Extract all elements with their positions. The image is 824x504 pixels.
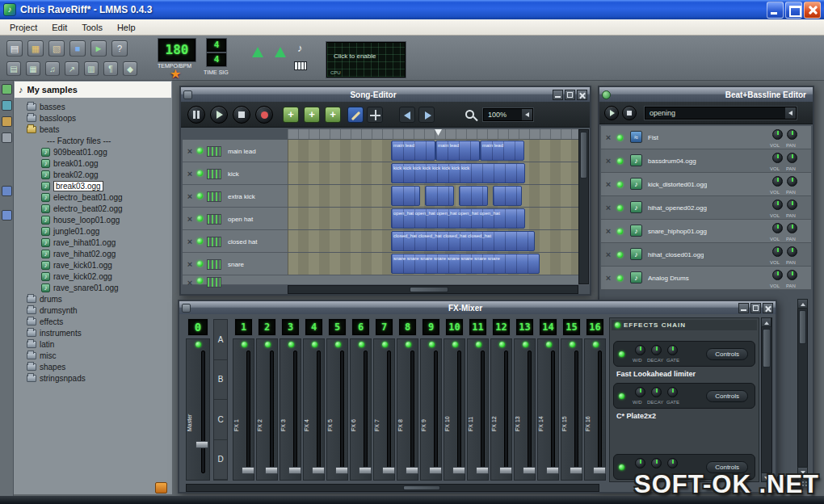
presets-tab-icon[interactable]	[2, 116, 12, 127]
track-grip-icon[interactable]: ×	[184, 236, 195, 247]
channel-strip[interactable]: FX 8	[397, 338, 418, 481]
plugins-tab-icon[interactable]	[2, 210, 12, 220]
track-type-icon[interactable]	[207, 259, 221, 270]
fx-channel[interactable]: 16 FX 16	[584, 319, 606, 481]
channel-strip[interactable]: FX 10	[444, 338, 465, 481]
track-mute-led[interactable]	[197, 148, 203, 153]
track-grip-icon[interactable]: ×	[184, 213, 195, 225]
combo-arrow-icon[interactable]	[785, 107, 796, 119]
track-grip-icon[interactable]: ×	[184, 258, 195, 270]
time-sig-numerator-lcd[interactable]: 4	[207, 39, 226, 52]
track-timeline[interactable]: snare snare snare snare snare snare snar…	[288, 253, 578, 275]
effects-chain-led[interactable]	[615, 322, 620, 328]
maximize-button[interactable]	[785, 2, 802, 19]
instrument-name[interactable]: hihat_opened02.ogg	[648, 204, 707, 212]
jump-start-button[interactable]	[399, 107, 415, 123]
tree-item[interactable]: instruments	[14, 327, 172, 338]
home-tab-icon[interactable]	[2, 132, 12, 143]
tree-item[interactable]: electro_beat01.ogg	[14, 191, 172, 203]
channel-strip[interactable]: FX 15	[561, 338, 582, 481]
fader-handle[interactable]	[406, 467, 418, 474]
toggle-song-editor-button[interactable]: ▤	[6, 61, 21, 76]
play-button[interactable]	[604, 106, 619, 120]
tree-item[interactable]: effects	[14, 316, 172, 327]
channel-strip[interactable]: FX 14	[537, 338, 559, 481]
track-timeline[interactable]: open_hat open_hat open_hat open_hat open…	[288, 208, 578, 229]
fx-channel[interactable]: 10 FX 10	[444, 319, 465, 481]
channel-led[interactable]	[242, 342, 247, 347]
channel-led[interactable]	[593, 342, 599, 347]
fader-handle[interactable]	[429, 467, 442, 474]
track-mute-led[interactable]	[197, 278, 203, 284]
bb-vertical-scrollbar[interactable]	[797, 299, 808, 477]
track-timeline[interactable]: main lead main lead main lead	[288, 140, 578, 162]
track-type-icon[interactable]	[207, 146, 221, 157]
track-name[interactable]: kick	[228, 170, 239, 178]
channel-strip[interactable]: FX 1	[233, 338, 254, 481]
track-mute-led[interactable]	[197, 193, 203, 199]
volume-knob[interactable]	[772, 153, 783, 163]
scrollbar-thumb[interactable]	[799, 310, 806, 344]
fader-handle[interactable]	[359, 467, 372, 474]
instrument-name[interactable]: kick_distorted01.ogg	[648, 181, 707, 188]
channel-led[interactable]	[523, 342, 528, 347]
channel-led[interactable]	[359, 342, 364, 347]
bank-cell[interactable]: A	[214, 320, 227, 360]
effect-enable-led[interactable]	[619, 351, 624, 357]
toggle-automation-editor-button[interactable]: ↗	[65, 61, 79, 76]
pan-knob[interactable]	[787, 223, 797, 233]
window-maximize-icon[interactable]	[750, 303, 761, 313]
tree-item[interactable]: 909beat01.ogg	[14, 146, 172, 158]
pan-knob[interactable]	[787, 246, 797, 257]
tree-item[interactable]: rave_snare01.ogg	[14, 282, 172, 293]
effects-vertical-scrollbar[interactable]	[761, 317, 772, 482]
add-bb-track-button[interactable]	[283, 107, 299, 123]
master-channel[interactable]: 0 Master	[186, 319, 210, 481]
channel-strip[interactable]: FX 5	[326, 338, 348, 481]
track-mute-led[interactable]	[197, 216, 203, 221]
bank-cell[interactable]: C	[214, 400, 227, 440]
pattern-block[interactable]: main lead	[391, 141, 435, 161]
pattern-selector-combo[interactable]: opening	[645, 107, 797, 120]
wet-dry-knob[interactable]	[635, 387, 645, 397]
track-mute-led[interactable]	[617, 275, 623, 281]
fx-mixer-titlebar[interactable]: FX-Mixer	[179, 301, 776, 314]
pattern-block[interactable]	[459, 186, 488, 206]
track-name[interactable]: main lead	[228, 148, 256, 155]
computer-tab-icon[interactable]	[2, 186, 12, 196]
fx-channel[interactable]: 8 FX 8	[397, 319, 418, 481]
channel-strip[interactable]: FX 4	[303, 338, 325, 481]
controls-button[interactable]: Controls	[706, 390, 748, 402]
zoom-level-combo[interactable]: 100%	[483, 108, 533, 121]
window-close-icon[interactable]	[577, 90, 587, 100]
toggle-fx-mixer-button[interactable]: ▥	[84, 61, 99, 76]
track-mute-led[interactable]	[617, 205, 623, 211]
fader-handle[interactable]	[523, 467, 536, 474]
volume-knob[interactable]	[772, 270, 783, 280]
pattern-block[interactable]: snare snare snare snare snare snare snar…	[391, 254, 540, 274]
channel-strip[interactable]: FX 7	[373, 338, 395, 481]
volume-knob[interactable]	[772, 176, 783, 187]
track-type-icon[interactable]	[207, 169, 221, 179]
fader-handle[interactable]	[452, 467, 465, 474]
scrollbar-thumb[interactable]	[410, 287, 448, 292]
master-pitch-knob[interactable]	[275, 47, 286, 57]
tempo-lcd[interactable]: 180	[158, 39, 195, 61]
fader-handle[interactable]	[265, 467, 278, 474]
instrument-name[interactable]: bassdrum04.ogg	[648, 158, 696, 165]
jump-end-button[interactable]	[418, 107, 435, 123]
orange-folder-icon[interactable]	[155, 482, 167, 494]
fader-handle[interactable]	[195, 441, 208, 448]
track-grip-icon[interactable]: ×	[603, 178, 614, 190]
edit-mode-button[interactable]	[367, 107, 383, 123]
open-project-button[interactable]: ▦	[27, 40, 44, 57]
fx-channel[interactable]: 5 FX 5	[326, 319, 348, 481]
instrument-name[interactable]: snare_hiphop01.ogg	[648, 228, 707, 235]
pattern-block[interactable]	[391, 186, 420, 206]
scrollbar-thumb[interactable]	[580, 132, 587, 178]
channel-led[interactable]	[570, 342, 575, 347]
fader-handle[interactable]	[570, 467, 582, 474]
track-mute-led[interactable]	[617, 229, 623, 234]
mixer-horizontal-scrollbar[interactable]	[186, 484, 599, 492]
track-type-icon[interactable]	[207, 191, 221, 202]
